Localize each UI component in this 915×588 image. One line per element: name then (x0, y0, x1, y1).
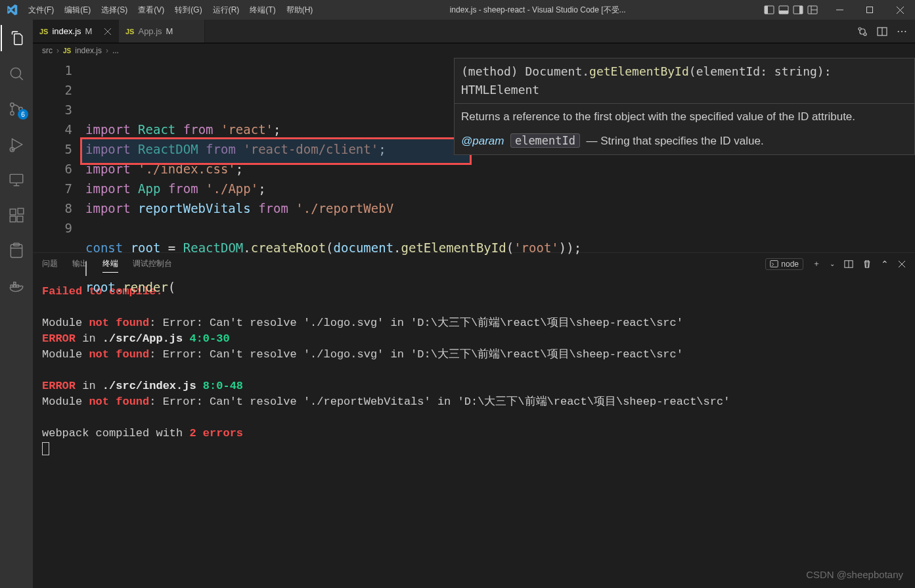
terminal-output[interactable]: Failed to compile. Module not found: Err… (33, 275, 915, 588)
close-icon[interactable] (104, 28, 112, 35)
svg-rect-23 (10, 209, 16, 215)
svg-rect-1 (765, 6, 768, 14)
js-file-icon: JS (63, 47, 71, 55)
menu-bar: 文件(F) 编辑(E) 选择(S) 查看(V) 转到(G) 运行(R) 终端(T… (23, 0, 318, 20)
customize-layout-icon[interactable] (807, 5, 818, 15)
svg-rect-26 (18, 208, 24, 214)
svg-rect-29 (11, 285, 12, 287)
tab-index-js[interactable]: JS index.js M (33, 20, 119, 43)
breadcrumb-more: ... (112, 46, 119, 55)
tab-label: App.js (138, 26, 162, 36)
tab-actions: ⋯ (849, 20, 915, 43)
window-controls (824, 0, 915, 20)
svg-rect-24 (10, 216, 16, 222)
toggle-secondary-sidebar-icon[interactable] (793, 5, 803, 15)
menu-terminal[interactable]: 终端(T) (244, 0, 280, 20)
svg-rect-10 (866, 7, 872, 12)
hover-description: Returns a reference to the first object … (461, 108, 908, 126)
line-gutter: 123456789 (33, 58, 85, 252)
bottom-panel: 问题 输出 终端 调试控制台 node ＋ ⌄ ⌃ Failed to (33, 252, 915, 588)
activity-remote[interactable] (1, 167, 32, 193)
maximize-button[interactable] (855, 0, 885, 20)
compare-changes-icon[interactable] (857, 26, 868, 37)
editor[interactable]: 123456789 import React from 'react';impo… (33, 58, 915, 252)
svg-point-35 (859, 28, 861, 30)
split-editor-icon[interactable] (877, 26, 887, 37)
svg-point-15 (11, 103, 14, 106)
activity-docker[interactable] (1, 273, 32, 300)
activity-explorer[interactable] (1, 25, 32, 51)
activity-search[interactable] (1, 60, 32, 87)
svg-point-16 (11, 112, 14, 115)
more-actions-icon[interactable]: ⋯ (897, 25, 907, 37)
tab-modified: M (85, 26, 93, 36)
chevron-right-icon: › (56, 46, 59, 55)
minimize-button[interactable] (824, 0, 855, 20)
activity-todo[interactable] (1, 238, 32, 264)
svg-rect-20 (10, 174, 23, 183)
toggle-primary-sidebar-icon[interactable] (764, 5, 774, 15)
breadcrumbs[interactable]: src › JS index.js › ... (33, 43, 915, 58)
hover-tooltip: (method) Document.getElementById(element… (454, 58, 915, 155)
svg-rect-30 (14, 285, 16, 287)
svg-point-13 (11, 68, 20, 78)
svg-rect-32 (14, 283, 16, 284)
breadcrumb-file: index.js (75, 46, 102, 55)
toggle-panel-icon[interactable] (778, 5, 789, 15)
window-title: index.js - sheep-react - Visual Studio C… (318, 5, 757, 16)
scm-badge: 6 (18, 109, 28, 120)
panel-tab-problems[interactable]: 问题 (42, 256, 58, 272)
watermark: CSDN @sheepbotany (806, 569, 903, 580)
breadcrumb-folder: src (42, 46, 53, 55)
tab-modified: M (166, 26, 173, 36)
hover-signature: (method) Document.getElementById(element… (461, 62, 908, 99)
menu-run[interactable]: 运行(R) (208, 0, 245, 20)
chevron-right-icon: › (106, 46, 108, 55)
js-file-icon: JS (125, 28, 134, 35)
svg-rect-3 (779, 11, 788, 14)
tab-app-js[interactable]: JS App.js M (119, 20, 205, 43)
menu-view[interactable]: 查看(V) (133, 0, 169, 20)
hover-param: @param elementId — String that specifies… (461, 131, 908, 150)
layout-controls (757, 5, 824, 15)
svg-rect-25 (17, 216, 23, 222)
title-bar: 文件(F) 编辑(E) 选择(S) 查看(V) 转到(G) 运行(R) 终端(T… (0, 0, 915, 20)
editor-tab-bar: JS index.js M JS App.js M ⋯ (33, 20, 915, 43)
js-file-icon: JS (39, 28, 48, 35)
activity-scm[interactable]: 6 (1, 96, 32, 122)
activity-extensions[interactable] (1, 202, 32, 229)
menu-help[interactable]: 帮助(H) (281, 0, 319, 20)
activity-bar: 6 (0, 20, 33, 588)
menu-go[interactable]: 转到(G) (169, 0, 207, 20)
menu-selection[interactable]: 选择(S) (96, 0, 133, 20)
menu-edit[interactable]: 编辑(E) (59, 0, 96, 20)
svg-rect-27 (11, 244, 22, 258)
tab-label: index.js (52, 26, 81, 36)
close-button[interactable] (885, 0, 915, 20)
menu-file[interactable]: 文件(F) (23, 0, 59, 20)
activity-run-debug[interactable] (1, 131, 32, 158)
vscode-logo-icon (0, 4, 23, 16)
svg-point-36 (864, 33, 866, 35)
svg-rect-5 (799, 6, 803, 14)
svg-line-14 (19, 76, 22, 79)
